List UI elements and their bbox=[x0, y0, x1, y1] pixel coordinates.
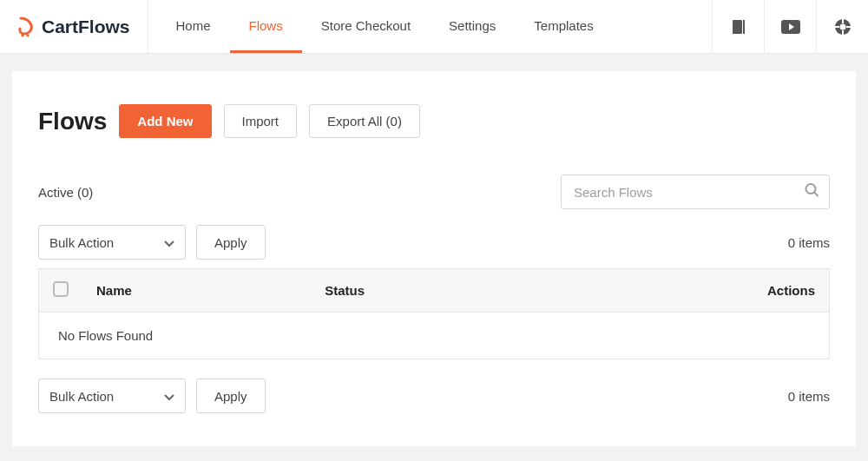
page-header: Flows Add New Import Export All (0) bbox=[38, 104, 830, 138]
nav-home-label: Home bbox=[176, 18, 211, 33]
apply-button-top[interactable]: Apply bbox=[196, 225, 266, 260]
select-all-checkbox[interactable] bbox=[53, 281, 69, 297]
search-wrap bbox=[561, 175, 830, 209]
bulk-action-select-bottom[interactable]: Bulk Action bbox=[38, 379, 186, 413]
svg-rect-10 bbox=[846, 26, 852, 28]
items-count-top: 0 items bbox=[788, 235, 830, 250]
col-status[interactable]: Status bbox=[311, 269, 555, 313]
filter-active[interactable]: Active (0) bbox=[38, 185, 93, 200]
apply-button-bottom[interactable]: Apply bbox=[196, 379, 266, 413]
search-input[interactable] bbox=[561, 175, 830, 209]
table-header-row: Name Status Actions bbox=[39, 269, 830, 313]
bulk-action-label: Bulk Action bbox=[49, 389, 114, 404]
nav-home[interactable]: Home bbox=[157, 0, 230, 53]
page-title: Flows bbox=[38, 108, 107, 135]
empty-message: No Flows Found bbox=[39, 313, 830, 359]
page-body: Flows Add New Import Export All (0) Acti… bbox=[0, 54, 868, 461]
import-button[interactable]: Import bbox=[224, 104, 298, 138]
svg-rect-7 bbox=[842, 18, 844, 23]
brand-logo[interactable]: CartFlows bbox=[0, 0, 148, 53]
svg-point-6 bbox=[839, 23, 845, 30]
svg-rect-9 bbox=[834, 26, 839, 28]
topbar: CartFlows Home Flows Store Checkout Sett… bbox=[0, 0, 868, 54]
col-name[interactable]: Name bbox=[82, 269, 311, 313]
docs-icon[interactable] bbox=[712, 0, 764, 53]
chevron-down-icon bbox=[164, 235, 174, 250]
svg-rect-8 bbox=[842, 30, 844, 36]
bulk-row-top: Bulk Action Apply 0 items bbox=[38, 225, 830, 260]
add-new-button[interactable]: Add New bbox=[119, 104, 211, 138]
svg-point-1 bbox=[26, 34, 29, 36]
items-count-bottom: 0 items bbox=[788, 389, 830, 404]
flows-table: Name Status Actions No Flows Found bbox=[38, 268, 830, 359]
svg-rect-2 bbox=[733, 20, 742, 34]
nav-store-checkout-label: Store Checkout bbox=[321, 18, 411, 33]
flows-card: Flows Add New Import Export All (0) Acti… bbox=[12, 71, 856, 446]
nav-settings-label: Settings bbox=[449, 18, 496, 33]
topbar-actions bbox=[712, 0, 868, 53]
nav-flows[interactable]: Flows bbox=[230, 0, 302, 53]
nav-templates-label: Templates bbox=[534, 18, 593, 33]
col-actions: Actions bbox=[555, 269, 829, 313]
svg-rect-3 bbox=[743, 20, 745, 34]
main-nav: Home Flows Store Checkout Settings Templ… bbox=[148, 0, 712, 53]
nav-store-checkout[interactable]: Store Checkout bbox=[302, 0, 430, 53]
bulk-action-select-top[interactable]: Bulk Action bbox=[38, 225, 186, 260]
nav-templates[interactable]: Templates bbox=[515, 0, 612, 53]
help-icon[interactable] bbox=[816, 0, 868, 53]
cartflows-logo-icon bbox=[16, 16, 36, 37]
col-checkbox bbox=[39, 269, 83, 313]
bulk-action-label: Bulk Action bbox=[49, 235, 114, 250]
filter-row: Active (0) bbox=[38, 175, 830, 209]
svg-point-0 bbox=[21, 34, 23, 36]
bulk-row-bottom: Bulk Action Apply 0 items bbox=[38, 379, 830, 413]
nav-flows-label: Flows bbox=[249, 18, 283, 33]
table-row-empty: No Flows Found bbox=[39, 313, 830, 359]
nav-settings[interactable]: Settings bbox=[430, 0, 515, 53]
brand-name: CartFlows bbox=[42, 16, 130, 37]
export-all-button[interactable]: Export All (0) bbox=[309, 104, 420, 138]
chevron-down-icon bbox=[164, 389, 174, 404]
youtube-icon[interactable] bbox=[764, 0, 816, 53]
